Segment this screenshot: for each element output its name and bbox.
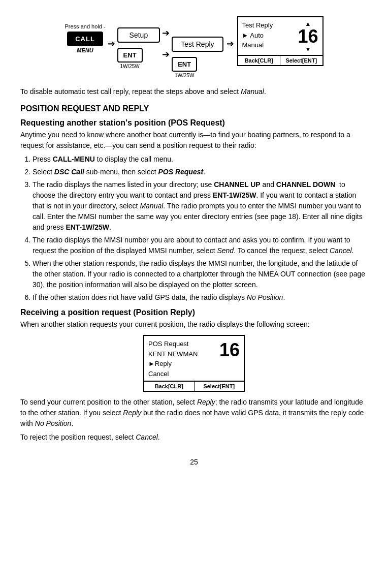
screen-item1: Test Reply (242, 20, 273, 30)
screen-channel-col: ▲ 16 ▼ (298, 20, 318, 53)
step3-before: To disable automatic test call reply, re… (20, 87, 241, 96)
ent1-button: ENT (117, 48, 143, 63)
test-reply-box: Test Reply (172, 37, 223, 52)
screen-bottom: Back[CLR] Select[ENT] (238, 55, 322, 65)
step3-bold4: ENT-1W/25W (66, 223, 109, 231)
screen-top: Test Reply ► Auto Manual ▲ 16 ▼ (238, 17, 322, 55)
setup-box: Setup (117, 27, 160, 43)
step3-italic: Manual (241, 87, 264, 96)
arrow4: ➔ (227, 38, 234, 49)
screen-channel: 16 (298, 27, 318, 46)
after2-italic: Cancel (136, 433, 158, 441)
pos-btn-left[interactable]: Back[CLR] (144, 382, 195, 391)
step3-italic1: Manual (140, 202, 163, 210)
step-6: If the other station does not have valid… (33, 292, 368, 303)
press-hold-label: Press and hold - (64, 23, 105, 29)
ent1-col: ENT 1W/25W (117, 48, 143, 69)
diagram-col2: Setup ENT 1W/25W (117, 27, 160, 69)
pos-line1: POS Request (148, 339, 198, 349)
step-4: The radio displays the MMSI number you a… (33, 235, 368, 256)
diagram: Press and hold - CALL MENU ➔ Setup ENT 1… (20, 9, 368, 78)
after-screen-text2: To reject the position request, select C… (20, 432, 368, 443)
subsection1-title: Requesting another station's position (P… (20, 118, 368, 128)
step4-italic1: Send (217, 246, 234, 255)
ent2-button: ENT (172, 57, 197, 72)
step2-italic2: POS Request (158, 168, 203, 176)
subsection1-body: Anytime you need to know where another b… (20, 130, 368, 151)
step1-bold: CALL-MENU (53, 155, 95, 163)
after1-italic1: Reply (197, 398, 215, 406)
ent2-label: 1W/25W (175, 73, 194, 78)
step-5: When the other station responds, the rad… (33, 258, 368, 290)
pos-channel: 16 (219, 341, 240, 379)
diagram-col1: Press and hold - CALL MENU (64, 23, 105, 53)
step3-end: . (264, 87, 266, 96)
screen-item2: ► Auto (242, 30, 273, 41)
step3-bold3: ENT-1W/25W (213, 191, 256, 199)
section-title: POSITION REQUEST AND REPLY (20, 104, 368, 113)
diagram-screen: Test Reply ► Auto Manual ▲ 16 ▼ Back[CLR… (237, 16, 324, 66)
step3-text: To disable automatic test call reply, re… (20, 86, 368, 97)
step3-bold1: CHANNEL UP (214, 180, 261, 189)
arrow3: ➔ (162, 49, 170, 60)
arrows-col: ➔ ➔ (162, 27, 170, 60)
after1-before: To send your current position to the oth… (20, 398, 197, 406)
pos-line3: ►Reply (148, 359, 198, 369)
steps-list: Press CALL-MENU to display the call menu… (33, 154, 368, 303)
pos-line4: Cancel (148, 369, 198, 379)
step4-italic2: Cancel (330, 246, 352, 255)
pos-btn-right[interactable]: Select[ENT] (195, 382, 244, 391)
diagram-col3: Test Reply ENT 1W/25W (172, 37, 223, 78)
pos-menu-items: POS Request KENT NEWMAN ►Reply Cancel (148, 339, 198, 379)
ent2-col: ENT 1W/25W (172, 57, 197, 78)
screen-btn-right[interactable]: Select[ENT] (280, 56, 322, 65)
pos-screen-top: POS Request KENT NEWMAN ►Reply Cancel 16 (144, 336, 244, 381)
subsection2-body: When another station requests your curre… (20, 319, 368, 330)
call-button: CALL (67, 32, 103, 46)
arrow2: ➔ (162, 27, 170, 39)
screen-item3: Manual (242, 40, 273, 50)
after2-end: . (158, 433, 160, 441)
arrow1: ➔ (108, 38, 115, 49)
ent1-label: 1W/25W (120, 64, 139, 69)
step2-italic1: DSC Call (54, 168, 84, 176)
step-2: Select DSC Call sub-menu, then select PO… (33, 167, 368, 177)
step-1: Press CALL-MENU to display the call menu… (33, 154, 368, 165)
menu-label: MENU (77, 47, 93, 53)
arrow-down-icon: ▼ (305, 46, 311, 53)
setup-row: Setup (117, 27, 160, 43)
screen-box: Test Reply ► Auto Manual ▲ 16 ▼ Back[CLR… (237, 16, 324, 66)
after1-italic2: Reply (123, 409, 141, 417)
step-3: The radio displays the names listed in y… (33, 179, 368, 233)
step3-bold2: CHANNEL DOWN (276, 180, 335, 189)
after1-end: . (71, 419, 73, 427)
screen-menu: Test Reply ► Auto Manual (242, 20, 273, 50)
step6-italic1: No Position (247, 293, 283, 301)
pos-line2: KENT NEWMAN (148, 349, 198, 359)
pos-screen: POS Request KENT NEWMAN ►Reply Cancel 16… (143, 335, 245, 392)
screen-btn-left[interactable]: Back[CLR] (238, 56, 281, 65)
after2-before: To reject the position request, select (20, 433, 136, 441)
subsection2-title: Receiving a position request (Position R… (20, 308, 368, 317)
pos-screen-wrapper: POS Request KENT NEWMAN ►Reply Cancel 16… (20, 335, 368, 392)
page-number: 25 (20, 458, 368, 466)
after1-italic3: No Position (35, 419, 72, 427)
after-screen-text1: To send your current position to the oth… (20, 397, 368, 429)
pos-screen-bottom: Back[CLR] Select[ENT] (144, 381, 244, 391)
